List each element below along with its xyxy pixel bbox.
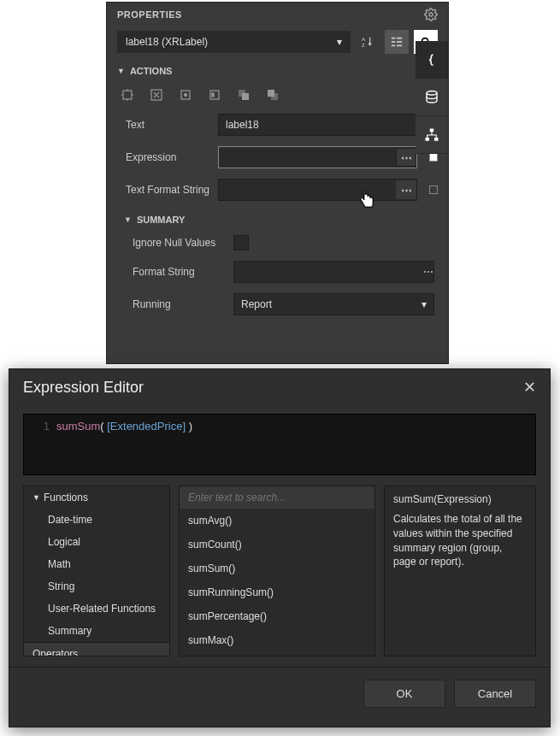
- tfs-ellipsis-button[interactable]: ⋯: [396, 180, 416, 199]
- sort-az-button[interactable]: AZ: [356, 30, 380, 54]
- svg-rect-23: [434, 138, 439, 141]
- close-icon[interactable]: ✕: [523, 378, 536, 397]
- actions-section[interactable]: ▼ ACTIONS: [107, 57, 448, 81]
- svg-rect-21: [430, 128, 434, 132]
- fit-text-icon[interactable]: [150, 88, 163, 102]
- send-back-icon[interactable]: [266, 88, 280, 102]
- text-label: Text: [117, 119, 211, 131]
- svg-rect-15: [212, 93, 214, 97]
- expand-triangle-icon: ▼: [124, 215, 132, 224]
- tree-operators[interactable]: Operators: [24, 642, 169, 657]
- svg-rect-17: [242, 93, 249, 100]
- tfs-marker[interactable]: [429, 185, 438, 194]
- description-panel: sumSum(Expression) Calculates the total …: [384, 486, 536, 657]
- svg-text:A: A: [362, 36, 366, 42]
- fn-item[interactable]: sumSum(): [180, 556, 374, 580]
- tab-expressions[interactable]: [416, 41, 448, 79]
- object-select[interactable]: label18 (XRLabel) ▾: [117, 31, 351, 53]
- fit-bounds-icon[interactable]: [121, 88, 134, 102]
- svg-rect-8: [397, 45, 402, 47]
- ignore-null-label: Ignore Null Values: [133, 237, 227, 249]
- format-string-input[interactable]: ⋯: [233, 261, 434, 283]
- align-left-icon[interactable]: [208, 88, 221, 102]
- expression-editor: Expression Editor ✕ 1sumSum( [ExtendedPr…: [9, 368, 551, 727]
- svg-rect-22: [426, 138, 430, 141]
- svg-point-20: [427, 91, 437, 95]
- expand-triangle-icon: ▼: [117, 67, 125, 75]
- fn-item[interactable]: sumCount(): [180, 533, 374, 556]
- cancel-button[interactable]: Cancel: [454, 680, 536, 708]
- code-field: [ExtendedPrice]: [107, 420, 186, 433]
- tree-summary[interactable]: Summary: [24, 620, 169, 642]
- tree-functions[interactable]: ▼ Functions: [24, 486, 169, 509]
- tree-math[interactable]: Math: [24, 553, 169, 575]
- expression-ellipsis-button[interactable]: ⋯: [396, 148, 416, 167]
- object-select-value: label18 (XRLabel): [126, 36, 208, 48]
- fn-item[interactable]: sumPercentage(): [180, 604, 374, 628]
- tree-logical[interactable]: Logical: [24, 531, 169, 553]
- tab-data[interactable]: [416, 79, 448, 116]
- chevron-down-icon: ▾: [421, 298, 427, 310]
- tree-string[interactable]: String: [24, 575, 169, 598]
- svg-point-13: [185, 94, 187, 97]
- svg-rect-5: [392, 45, 395, 47]
- tree-user-functions[interactable]: User-Related Functions: [24, 598, 169, 620]
- ok-button[interactable]: OK: [363, 680, 445, 708]
- expression-code-area[interactable]: 1sumSum( [ExtendedPrice] ): [23, 414, 536, 475]
- running-select[interactable]: Report ▾: [233, 293, 434, 315]
- fn-item[interactable]: sumAvg(): [180, 509, 374, 533]
- bring-front-icon[interactable]: [237, 88, 251, 102]
- svg-rect-6: [397, 38, 402, 39]
- svg-rect-7: [397, 41, 402, 43]
- format-string-label: Format String: [133, 266, 227, 278]
- expression-input[interactable]: ⋯: [218, 146, 417, 168]
- tab-structure[interactable]: [416, 116, 448, 154]
- tree-datetime[interactable]: Date-time: [24, 509, 169, 531]
- svg-rect-10: [123, 91, 132, 99]
- expression-label: Expression: [117, 151, 211, 163]
- ignore-null-checkbox[interactable]: [233, 235, 249, 250]
- tfs-input[interactable]: ⋯: [218, 179, 417, 201]
- gear-icon[interactable]: [424, 8, 438, 21]
- actions-label: ACTIONS: [130, 66, 173, 76]
- tfs-label: Text Format String: [117, 184, 211, 196]
- desc-title: sumSum(Expression): [393, 493, 527, 505]
- text-input[interactable]: label18: [218, 114, 417, 136]
- side-tabs: [416, 41, 448, 154]
- fn-item[interactable]: sumMin(): [180, 652, 374, 657]
- expression-marker[interactable]: [429, 153, 438, 162]
- svg-point-0: [429, 13, 433, 16]
- running-label: Running: [133, 298, 227, 310]
- fn-item[interactable]: sumMax(): [180, 628, 374, 652]
- category-tree: ▼ Functions Date-time Logical Math Strin…: [23, 486, 170, 657]
- desc-body: Calculates the total of all the values w…: [393, 512, 527, 569]
- search-input[interactable]: [180, 486, 374, 509]
- properties-title: PROPERTIES: [117, 9, 182, 20]
- category-view-button[interactable]: [385, 30, 409, 54]
- align-center-icon[interactable]: [179, 88, 192, 102]
- svg-rect-4: [392, 41, 395, 43]
- svg-rect-3: [392, 38, 395, 39]
- properties-panel: PROPERTIES label18 (XRLabel) ▾ AZ ▼ ACTI…: [106, 2, 449, 364]
- fn-item[interactable]: sumRunningSum(): [180, 580, 374, 604]
- function-list: sumAvg() sumCount() sumSum() sumRunningS…: [179, 486, 375, 657]
- chevron-down-icon: ▾: [337, 36, 342, 48]
- svg-rect-19: [268, 90, 274, 97]
- summary-label: SUMMARY: [137, 215, 185, 225]
- format-string-ellipsis-button[interactable]: ⋯: [423, 266, 433, 278]
- code-function: sumSum: [56, 420, 100, 433]
- line-number: 1: [32, 420, 50, 433]
- editor-title: Expression Editor: [23, 379, 144, 397]
- svg-text:Z: Z: [362, 42, 365, 48]
